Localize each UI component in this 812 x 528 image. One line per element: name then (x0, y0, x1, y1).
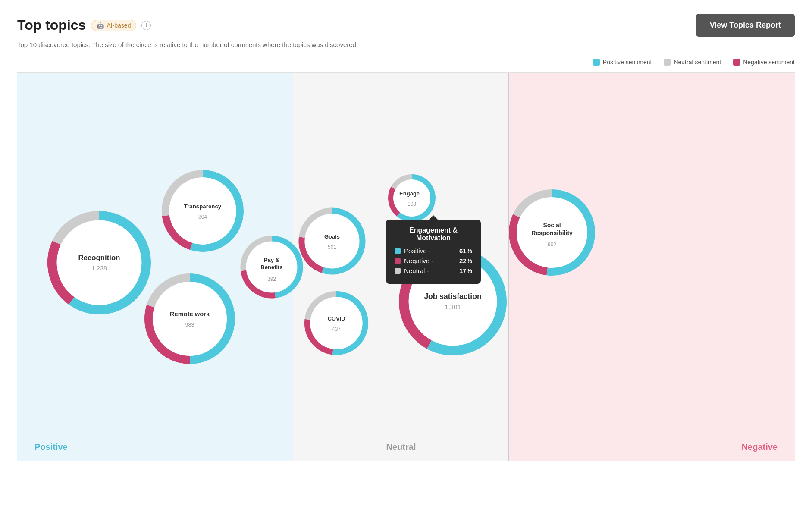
ai-badge: 🤖 AI-based (91, 20, 136, 31)
tooltip-negative-pct: 22% (459, 257, 472, 264)
page-title: Top topics (17, 17, 86, 33)
legend-negative-label: Negative sentiment (743, 59, 795, 66)
tooltip-row-negative: Negative - 22% (395, 257, 472, 264)
legend: Positive sentiment Neutral sentiment Neg… (17, 59, 795, 66)
legend-negative-dot (733, 59, 740, 66)
view-topics-report-button[interactable]: View Topics Report (696, 14, 795, 37)
tooltip-neutral-label: Neutral - (404, 267, 456, 274)
tooltip-neutral-pct: 17% (459, 267, 472, 274)
title-row: Top topics 🤖 AI-based i (17, 17, 151, 33)
ai-badge-label: AI-based (107, 22, 131, 29)
legend-neutral: Neutral sentiment (664, 59, 721, 66)
legend-neutral-dot (664, 59, 671, 66)
ai-icon: 🤖 (97, 22, 104, 29)
legend-negative: Negative sentiment (733, 59, 795, 66)
header-row: Top topics 🤖 AI-based i View Topics Repo… (17, 14, 795, 37)
zone-positive-label: Positive (34, 442, 68, 452)
zone-positive: Positive (17, 73, 293, 461)
tooltip-negative-dot (395, 258, 401, 264)
tooltip-row-neutral: Neutral - 17% (395, 267, 472, 274)
zone-negative: Negative (509, 73, 795, 461)
top-topics-panel: Top topics 🤖 AI-based i View Topics Repo… (0, 0, 812, 475)
tooltip-positive-dot (395, 248, 401, 254)
legend-positive-dot (593, 59, 600, 66)
zone-negative-label: Negative (742, 442, 778, 452)
tooltip-positive-label: Positive - (404, 247, 456, 255)
tooltip-title: Engagement &Motivation (395, 226, 472, 242)
subtitle: Top 10 discovered topics. The size of th… (17, 41, 795, 48)
engagement-tooltip: Engagement &Motivation Positive - 61% Ne… (386, 220, 481, 284)
legend-positive-label: Positive sentiment (603, 59, 652, 66)
info-icon[interactable]: i (141, 21, 151, 30)
tooltip-positive-pct: 61% (459, 247, 472, 255)
zone-neutral-label: Neutral (386, 442, 416, 452)
tooltip-arrow (429, 215, 438, 220)
legend-positive: Positive sentiment (593, 59, 652, 66)
tooltip-negative-label: Negative - (404, 257, 456, 264)
chart-area: Positive Neutral Negative Recognition1,2… (17, 72, 795, 461)
tooltip-row-positive: Positive - 61% (395, 247, 472, 255)
tooltip-neutral-dot (395, 268, 401, 274)
legend-neutral-label: Neutral sentiment (674, 59, 721, 66)
